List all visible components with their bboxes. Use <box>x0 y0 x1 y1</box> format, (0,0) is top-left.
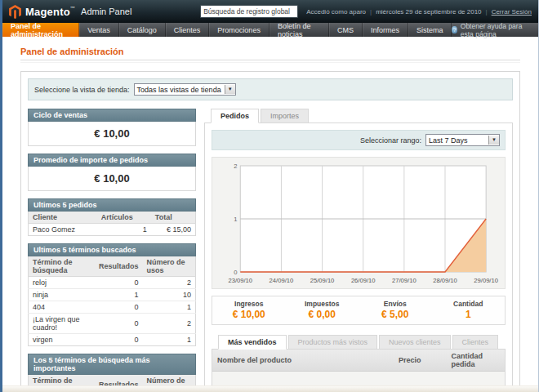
table-row[interactable]: Paco Gomez 1 € 15,00 <box>29 224 196 236</box>
nav-item-sistema[interactable]: Sistema <box>408 23 452 37</box>
col-header: Cliente <box>29 212 97 224</box>
card-title: Ciclo de ventas <box>28 109 196 122</box>
tab-productos-mas-vistos[interactable]: Productos más vistos <box>288 335 378 350</box>
magento-logo: Magento™ Admin Panel <box>9 5 131 19</box>
tab-importes[interactable]: Importes <box>261 109 309 123</box>
global-search-input[interactable] <box>200 5 298 18</box>
main-nav: Panel de administración Ventas Catálogo … <box>2 23 538 37</box>
svg-text:0: 0 <box>234 269 238 276</box>
svg-text:1: 1 <box>234 216 237 223</box>
bottom-tabs: Más vendidos Productos más vistos Nuevos… <box>212 335 506 350</box>
card-title: Ultimos 5 pedidos <box>28 198 196 212</box>
tab-nuevos-clientes[interactable]: Nuevos clientes <box>379 335 451 350</box>
logged-in-as: Accedió como aparo <box>306 8 366 16</box>
svg-text:28/09/10: 28/09/10 <box>433 277 457 284</box>
browser-window: Magento™ Admin Panel Accedió como aparo … <box>0 0 539 392</box>
table-row[interactable]: ninja110 <box>29 289 196 301</box>
tab-pedidos[interactable]: Pedidos <box>211 109 259 123</box>
col-header: Artículos <box>97 212 151 224</box>
header-user-area: Accedió como aparo miércoles 29 de septi… <box>306 8 532 16</box>
totals-row: Ingresos € 10,00 Impuestos € 0,00 Envíos… <box>212 296 506 325</box>
last-orders-card: Ultimos 5 pedidos Cliente Artículos Tota… <box>28 198 196 236</box>
orders-chart-svg: 23/09/1024/09/1025/09/1026/09/1027/09/10… <box>212 158 505 287</box>
table-row[interactable]: 40401 <box>29 301 196 314</box>
average-orders-card: Promedio de importe de pedidos € 10,00 <box>28 154 196 191</box>
svg-text:27/09/10: 27/09/10 <box>392 277 416 284</box>
range-bar: Seleccionar rango: Last 7 Days <box>212 130 506 150</box>
range-label: Seleccionar rango: <box>360 136 421 145</box>
page-title: Panel de administración <box>20 47 520 56</box>
admin-header: Magento™ Admin Panel Accedió como aparo … <box>2 0 538 23</box>
col-header: Cantidad pedida <box>446 350 505 372</box>
nav-item-informes[interactable]: Informes <box>363 23 408 37</box>
average-orders-value: € 10,00 <box>28 167 196 191</box>
chevron-down-icon <box>225 85 235 94</box>
table-row[interactable]: virgen01 <box>29 334 196 346</box>
orders-chart-panel: 23/09/1024/09/1025/09/1026/09/1027/09/10… <box>212 157 506 289</box>
dashboard-content: Seleccione la vista de tienda: Todas las… <box>20 71 520 392</box>
card-title: Los 5 términos de búsqueda más important… <box>28 354 196 375</box>
chart-tabs: Pedidos Importes <box>204 109 513 123</box>
col-header: Nombre del producto <box>212 350 394 372</box>
svg-text:24/09/10: 24/09/10 <box>270 277 294 284</box>
store-view-select[interactable]: Todas las vistas de tienda <box>134 83 236 96</box>
col-header: Número de usos <box>143 256 196 277</box>
nav-item-cms[interactable]: CMS <box>329 23 363 37</box>
col-header: Total <box>151 212 196 224</box>
range-selected: Last 7 Days <box>429 136 468 145</box>
svg-text:2: 2 <box>234 163 237 170</box>
nav-item-clientes[interactable]: Clientes <box>166 23 210 37</box>
nav-item-ventas[interactable]: Ventas <box>79 23 119 37</box>
logo-trademark: ™ <box>70 6 75 11</box>
stat-envios: Envíos € 5,00 <box>359 296 432 324</box>
magento-logo-icon <box>9 5 21 19</box>
help-globe-icon: ? <box>452 26 457 33</box>
stat-ingresos: Ingresos € 10,00 <box>212 296 286 324</box>
tab-clientes[interactable]: Clientes <box>452 335 499 350</box>
footer-strip <box>2 385 538 392</box>
nav-item-catalogo[interactable]: Catálogo <box>119 23 166 37</box>
store-view-label: Seleccione la vista de tienda: <box>34 86 130 94</box>
card-title: Promedio de importe de pedidos <box>28 154 196 167</box>
svg-text:29/09/10: 29/09/10 <box>474 277 498 284</box>
stat-impuestos: Impuestos € 0,00 <box>286 296 359 324</box>
left-column: Ciclo de ventas € 10,00 Promedio de impo… <box>28 109 196 392</box>
separator <box>366 8 376 16</box>
orders-panel: Seleccionar rango: Last 7 Days 23/09/102… <box>204 122 513 392</box>
nav-item-dashboard[interactable]: Panel de administración <box>2 23 79 37</box>
lifetime-sales-value: € 10,00 <box>28 122 196 146</box>
chevron-down-icon <box>488 136 499 145</box>
nav-item-boletin[interactable]: Boletín de noticias <box>270 23 329 37</box>
separator <box>482 8 492 16</box>
last-orders-table: Cliente Artículos Total Paco Gomez 1 € 1… <box>28 212 196 236</box>
get-help-label: Obtener ayuda para esta página <box>461 22 530 38</box>
title-divider <box>20 60 520 63</box>
svg-text:23/09/10: 23/09/10 <box>228 277 252 284</box>
right-column: Pedidos Importes Seleccionar rango: Last… <box>204 109 513 392</box>
header-date: miércoles 29 de septiembre de 2010 <box>376 8 481 16</box>
logout-link[interactable]: Cerrar Sesión <box>492 8 532 16</box>
last-search-terms-card: Ultimos 5 términos buscados Término de b… <box>28 243 196 346</box>
tab-mas-vendidos[interactable]: Más vendidos <box>218 335 287 350</box>
col-header: Resultados <box>95 256 143 277</box>
table-row[interactable]: ¡La virgen que cuadro!02 <box>29 314 196 334</box>
card-title: Ultimos 5 términos buscados <box>28 243 196 256</box>
col-header: Precio <box>394 350 446 372</box>
page-content: Panel de administración Seleccione la vi… <box>2 37 538 392</box>
store-view-selected: Todas las vistas de tienda <box>137 86 221 94</box>
col-header: Término de búsqueda <box>29 256 96 277</box>
get-help-link[interactable]: ? Obtener ayuda para esta página <box>452 23 538 37</box>
logo-name: Magento™ <box>25 6 75 18</box>
range-select[interactable]: Last 7 Days <box>425 134 500 146</box>
last-search-terms-table: Término de búsqueda Resultados Número de… <box>28 256 196 346</box>
table-row[interactable]: reloj02 <box>29 277 196 289</box>
lifetime-sales-card: Ciclo de ventas € 10,00 <box>28 109 196 146</box>
store-view-bar: Seleccione la vista de tienda: Todas las… <box>28 78 513 100</box>
svg-text:26/09/10: 26/09/10 <box>351 277 376 284</box>
svg-text:25/09/10: 25/09/10 <box>310 277 335 284</box>
logo-suffix: Admin Panel <box>81 7 131 16</box>
nav-item-promociones[interactable]: Promociones <box>209 23 270 37</box>
stat-cantidad: Cantidad 1 <box>432 296 506 324</box>
